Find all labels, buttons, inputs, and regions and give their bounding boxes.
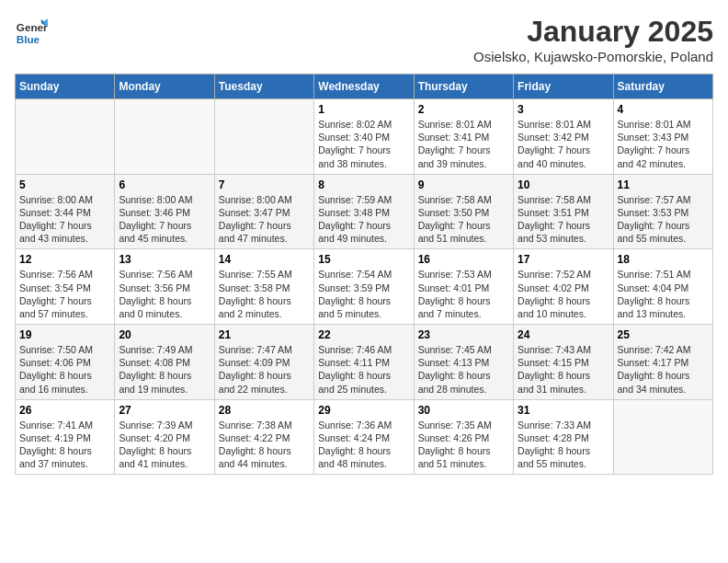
calendar-cell: 25Sunrise: 7:42 AMSunset: 4:17 PMDayligh… <box>613 325 712 400</box>
title-block: January 2025 Osielsko, Kujawsko-Pomorski… <box>473 15 713 64</box>
calendar-cell: 4Sunrise: 8:01 AMSunset: 3:43 PMDaylight… <box>613 99 712 175</box>
calendar-cell <box>16 99 115 175</box>
day-info: Sunrise: 7:41 AMSunset: 4:19 PMDaylight:… <box>19 419 110 471</box>
month-title: January 2025 <box>473 15 713 49</box>
day-number: 9 <box>418 178 509 191</box>
day-number: 7 <box>219 178 310 191</box>
day-info: Sunrise: 7:55 AMSunset: 3:58 PMDaylight:… <box>219 268 310 320</box>
day-info: Sunrise: 8:02 AMSunset: 3:40 PMDaylight:… <box>318 118 409 170</box>
calendar-cell: 29Sunrise: 7:36 AMSunset: 4:24 PMDayligh… <box>314 399 414 475</box>
day-info: Sunrise: 8:01 AMSunset: 3:43 PMDaylight:… <box>618 118 709 170</box>
calendar-cell: 3Sunrise: 8:01 AMSunset: 3:42 PMDaylight… <box>514 99 613 175</box>
day-info: Sunrise: 7:36 AMSunset: 4:24 PMDaylight:… <box>318 419 409 471</box>
logo: General Blue General Blue <box>15 15 48 48</box>
calendar-cell: 22Sunrise: 7:46 AMSunset: 4:11 PMDayligh… <box>314 325 414 400</box>
calendar-cell: 28Sunrise: 7:38 AMSunset: 4:22 PMDayligh… <box>214 399 313 475</box>
day-info: Sunrise: 7:43 AMSunset: 4:15 PMDaylight:… <box>518 343 609 396</box>
day-number: 27 <box>119 404 210 417</box>
calendar-cell: 9Sunrise: 7:58 AMSunset: 3:50 PMDaylight… <box>414 174 513 249</box>
page-header: General Blue General Blue January 2025 O… <box>15 15 713 64</box>
day-number: 18 <box>618 253 709 266</box>
day-info: Sunrise: 8:01 AMSunset: 3:42 PMDaylight:… <box>518 118 609 170</box>
day-number: 22 <box>318 328 409 341</box>
day-info: Sunrise: 7:56 AMSunset: 3:56 PMDaylight:… <box>119 268 210 320</box>
calendar-cell: 30Sunrise: 7:35 AMSunset: 4:26 PMDayligh… <box>414 399 513 475</box>
location-subtitle: Osielsko, Kujawsko-Pomorskie, Poland <box>473 49 713 64</box>
day-number: 25 <box>618 328 709 341</box>
weekday-header-wednesday: Wednesday <box>314 75 414 99</box>
weekday-header-saturday: Saturday <box>613 75 712 99</box>
day-number: 26 <box>19 404 110 417</box>
day-info: Sunrise: 7:50 AMSunset: 4:06 PMDaylight:… <box>19 343 110 396</box>
calendar-cell: 14Sunrise: 7:55 AMSunset: 3:58 PMDayligh… <box>214 249 313 325</box>
calendar-cell: 26Sunrise: 7:41 AMSunset: 4:19 PMDayligh… <box>16 399 115 475</box>
calendar-cell <box>115 99 214 175</box>
day-info: Sunrise: 7:45 AMSunset: 4:13 PMDaylight:… <box>418 343 509 396</box>
calendar-cell: 10Sunrise: 7:58 AMSunset: 3:51 PMDayligh… <box>514 174 613 249</box>
calendar-cell: 23Sunrise: 7:45 AMSunset: 4:13 PMDayligh… <box>414 325 513 400</box>
day-number: 24 <box>518 328 609 341</box>
day-number: 6 <box>119 178 210 191</box>
weekday-header-monday: Monday <box>115 75 214 99</box>
calendar-cell: 31Sunrise: 7:33 AMSunset: 4:28 PMDayligh… <box>514 399 613 475</box>
day-number: 15 <box>318 253 409 266</box>
calendar-cell: 18Sunrise: 7:51 AMSunset: 4:04 PMDayligh… <box>613 249 712 325</box>
weekday-header-thursday: Thursday <box>414 75 513 99</box>
calendar-cell <box>613 399 712 475</box>
calendar-cell: 2Sunrise: 8:01 AMSunset: 3:41 PMDaylight… <box>414 99 513 175</box>
day-info: Sunrise: 7:51 AMSunset: 4:04 PMDaylight:… <box>618 268 709 320</box>
day-number: 5 <box>19 178 110 191</box>
day-info: Sunrise: 7:59 AMSunset: 3:48 PMDaylight:… <box>318 193 409 246</box>
calendar-cell: 20Sunrise: 7:49 AMSunset: 4:08 PMDayligh… <box>115 325 214 400</box>
day-info: Sunrise: 7:38 AMSunset: 4:22 PMDaylight:… <box>219 419 310 471</box>
calendar-week-row: 1Sunrise: 8:02 AMSunset: 3:40 PMDaylight… <box>16 99 713 175</box>
day-info: Sunrise: 8:00 AMSunset: 3:46 PMDaylight:… <box>119 193 210 246</box>
calendar-cell: 21Sunrise: 7:47 AMSunset: 4:09 PMDayligh… <box>214 325 313 400</box>
calendar-cell: 6Sunrise: 8:00 AMSunset: 3:46 PMDaylight… <box>115 174 214 249</box>
calendar-cell: 11Sunrise: 7:57 AMSunset: 3:53 PMDayligh… <box>613 174 712 249</box>
day-number: 23 <box>418 328 509 341</box>
day-info: Sunrise: 7:49 AMSunset: 4:08 PMDaylight:… <box>119 343 210 396</box>
day-info: Sunrise: 7:56 AMSunset: 3:54 PMDaylight:… <box>19 268 110 320</box>
day-number: 11 <box>618 178 709 191</box>
day-number: 21 <box>219 328 310 341</box>
calendar-week-row: 5Sunrise: 8:00 AMSunset: 3:44 PMDaylight… <box>16 174 713 249</box>
day-number: 31 <box>518 404 609 417</box>
day-info: Sunrise: 7:54 AMSunset: 3:59 PMDaylight:… <box>318 268 409 320</box>
day-info: Sunrise: 7:58 AMSunset: 3:50 PMDaylight:… <box>418 193 509 246</box>
calendar-cell: 27Sunrise: 7:39 AMSunset: 4:20 PMDayligh… <box>115 399 214 475</box>
calendar-cell: 17Sunrise: 7:52 AMSunset: 4:02 PMDayligh… <box>514 249 613 325</box>
weekday-header-tuesday: Tuesday <box>214 75 313 99</box>
day-number: 30 <box>418 404 509 417</box>
day-info: Sunrise: 7:52 AMSunset: 4:02 PMDaylight:… <box>518 268 609 320</box>
day-number: 8 <box>318 178 409 191</box>
calendar-cell: 15Sunrise: 7:54 AMSunset: 3:59 PMDayligh… <box>314 249 414 325</box>
weekday-header-row: SundayMondayTuesdayWednesdayThursdayFrid… <box>16 75 713 99</box>
day-number: 4 <box>618 103 709 116</box>
calendar-week-row: 19Sunrise: 7:50 AMSunset: 4:06 PMDayligh… <box>16 325 713 400</box>
day-info: Sunrise: 7:53 AMSunset: 4:01 PMDaylight:… <box>418 268 509 320</box>
day-number: 28 <box>219 404 310 417</box>
svg-text:Blue: Blue <box>17 33 40 45</box>
day-number: 19 <box>19 328 110 341</box>
day-number: 12 <box>19 253 110 266</box>
day-number: 10 <box>518 178 609 191</box>
weekday-header-sunday: Sunday <box>16 75 115 99</box>
day-number: 2 <box>418 103 509 116</box>
calendar-cell: 8Sunrise: 7:59 AMSunset: 3:48 PMDaylight… <box>314 174 414 249</box>
calendar-week-row: 26Sunrise: 7:41 AMSunset: 4:19 PMDayligh… <box>16 399 713 475</box>
day-number: 20 <box>119 328 210 341</box>
logo-icon: General Blue <box>15 15 48 48</box>
calendar-cell: 16Sunrise: 7:53 AMSunset: 4:01 PMDayligh… <box>414 249 513 325</box>
calendar-cell: 7Sunrise: 8:00 AMSunset: 3:47 PMDaylight… <box>214 174 313 249</box>
day-info: Sunrise: 7:39 AMSunset: 4:20 PMDaylight:… <box>119 419 210 471</box>
calendar-cell: 1Sunrise: 8:02 AMSunset: 3:40 PMDaylight… <box>314 99 414 175</box>
calendar-cell: 13Sunrise: 7:56 AMSunset: 3:56 PMDayligh… <box>115 249 214 325</box>
calendar-cell: 19Sunrise: 7:50 AMSunset: 4:06 PMDayligh… <box>16 325 115 400</box>
day-info: Sunrise: 8:01 AMSunset: 3:41 PMDaylight:… <box>418 118 509 170</box>
day-info: Sunrise: 7:42 AMSunset: 4:17 PMDaylight:… <box>618 343 709 396</box>
calendar-week-row: 12Sunrise: 7:56 AMSunset: 3:54 PMDayligh… <box>16 249 713 325</box>
day-info: Sunrise: 7:47 AMSunset: 4:09 PMDaylight:… <box>219 343 310 396</box>
day-info: Sunrise: 7:46 AMSunset: 4:11 PMDaylight:… <box>318 343 409 396</box>
weekday-header-friday: Friday <box>514 75 613 99</box>
